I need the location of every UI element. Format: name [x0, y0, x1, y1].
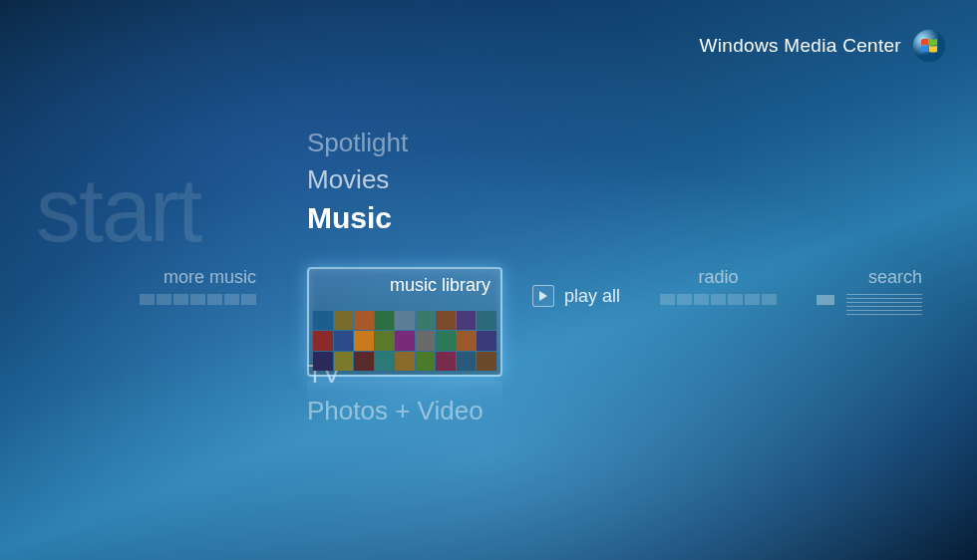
app-title: Windows Media Center: [700, 35, 901, 57]
thumbnail-strip: [140, 294, 256, 305]
album-art-grid: [313, 311, 496, 371]
menu-item-music[interactable]: Music: [307, 201, 484, 235]
play-icon: [532, 285, 554, 307]
search-lines-icon: [846, 294, 922, 315]
tile-label: music library: [319, 275, 490, 296]
start-label: start: [36, 159, 200, 262]
divider-bar: [816, 295, 834, 305]
tile-label: search: [868, 267, 922, 288]
tile-radio[interactable]: radio: [660, 267, 777, 305]
tile-label: more music: [163, 267, 256, 288]
tile-label: radio: [699, 267, 739, 288]
menu-item-spotlight[interactable]: Spotlight: [307, 128, 484, 158]
tile-music-library[interactable]: music library: [307, 267, 502, 377]
horizontal-sub-menu: more music music library play all radio …: [0, 267, 977, 377]
menu-item-movies[interactable]: Movies: [307, 164, 484, 195]
tile-label: play all: [564, 286, 620, 307]
tile-more-music[interactable]: more music: [140, 267, 256, 305]
tile-play-all[interactable]: play all: [532, 285, 620, 307]
tile-reflection: [307, 381, 502, 409]
thumbnail-strip: [660, 294, 777, 305]
windows-logo-icon: [911, 28, 947, 64]
tile-search[interactable]: search: [846, 267, 922, 315]
